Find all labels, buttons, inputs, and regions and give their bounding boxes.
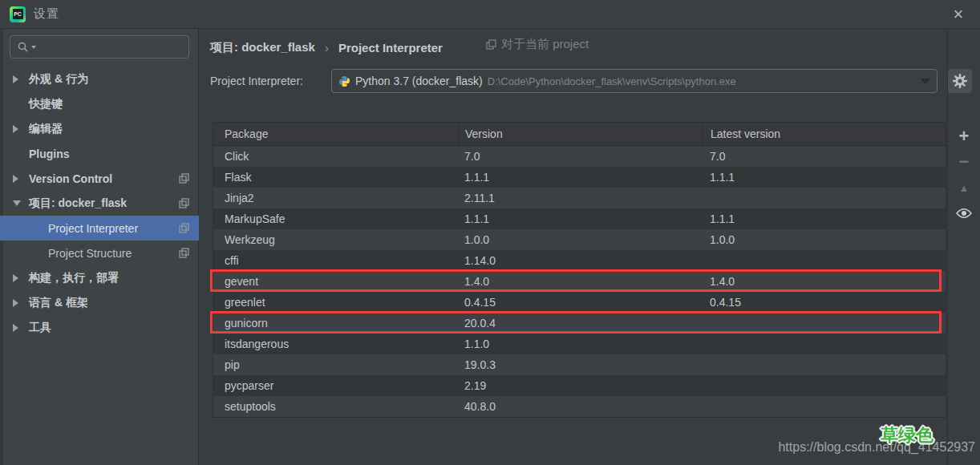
show-early-releases-button[interactable] — [954, 203, 974, 224]
package-name-cell: gevent — [213, 275, 458, 288]
sidebar-item-1[interactable]: 快捷键 — [0, 91, 199, 116]
table-row[interactable]: Werkzeug 1.0.0 1.0.0 — [213, 229, 946, 250]
package-version-cell: 2.19 — [458, 379, 703, 392]
column-header-version[interactable]: Version — [458, 123, 703, 145]
package-name-cell: Click — [213, 150, 458, 163]
sidebar-item-label: 外观 & 行为 — [29, 72, 88, 87]
tree-toggle-icon[interactable] — [13, 274, 18, 282]
sidebar-item-2[interactable]: 编辑器 — [0, 116, 199, 141]
package-name-cell: itsdangerous — [213, 338, 458, 350]
interpreter-combobox[interactable]: Python 3.7 (docker_flask) D:\Code\Python… — [331, 69, 937, 93]
table-row[interactable]: itsdangerous 1.1.0 — [213, 334, 946, 354]
package-latest-cell: 1.0.0 — [703, 233, 946, 246]
settings-tree: 外观 & 行为 快捷键 编辑器 Plugins Version Control — [0, 67, 199, 340]
package-name-cell: pip — [213, 358, 458, 371]
package-version-cell: 7.0 — [458, 150, 703, 163]
package-name-cell: MarkupSafe — [213, 212, 458, 225]
table-row[interactable]: Flask 1.1.1 1.1.1 — [213, 167, 946, 188]
tree-toggle-icon[interactable] — [13, 324, 18, 332]
sidebar-item-label: 项目: docker_flask — [29, 196, 127, 211]
scope-label: 对于当前 project — [501, 37, 589, 52]
table-row[interactable]: Jinja2 2.11.1 — [213, 188, 946, 208]
sidebar-item-9[interactable]: 语言 & 框架 — [0, 290, 199, 315]
scope-indicator: 对于当前 project — [486, 37, 589, 52]
sidebar-item-0[interactable]: 外观 & 行为 — [0, 67, 199, 91]
plus-icon: + — [959, 126, 970, 147]
package-version-cell: 1.1.1 — [458, 212, 703, 225]
pycharm-logo-text: PC — [13, 9, 23, 19]
shared-settings-icon — [179, 173, 189, 184]
sidebar-item-label: Project Structure — [48, 247, 132, 260]
package-table-header: Package Version Latest version — [213, 123, 946, 146]
settings-sidebar: 外观 & 行为 快捷键 编辑器 Plugins Version Control — [0, 29, 199, 465]
sidebar-item-label: Plugins — [29, 148, 70, 160]
package-version-cell: 1.14.0 — [458, 254, 703, 267]
package-table-body: Click 7.0 7.0 Flask 1.1.1 1.1.1 Jinja2 2… — [213, 146, 946, 417]
sidebar-item-7[interactable]: Project Structure — [0, 241, 199, 265]
search-options-caret-icon — [31, 46, 36, 49]
table-row[interactable]: Click 7.0 7.0 — [213, 146, 946, 167]
table-row[interactable]: gevent 1.4.0 1.4.0 — [213, 271, 946, 292]
column-header-package[interactable]: Package — [213, 123, 458, 145]
table-row[interactable]: greenlet 0.4.15 0.4.15 — [213, 292, 946, 313]
tree-toggle-icon[interactable] — [13, 175, 18, 183]
sidebar-item-label: 工具 — [29, 321, 51, 335]
dialog-title: 设置 — [34, 6, 59, 22]
sidebar-item-10[interactable]: 工具 — [0, 315, 199, 340]
package-name-cell: pycparser — [213, 379, 458, 392]
sidebar-item-3[interactable]: Plugins — [0, 141, 199, 166]
package-name-cell: gunicorn — [213, 317, 458, 330]
package-version-cell: 1.1.0 — [458, 338, 703, 350]
sidebar-item-label: Version Control — [29, 172, 112, 185]
interpreter-name: Python 3.7 (docker_flask) — [355, 75, 483, 87]
upgrade-package-button[interactable]: ▲ — [954, 177, 974, 198]
package-name-cell: greenlet — [213, 296, 458, 309]
sidebar-item-label: 快捷键 — [29, 97, 63, 111]
table-row[interactable]: cffi 1.14.0 — [213, 250, 946, 271]
settings-dialog: PC 设置 × 外观 & 行为 快捷键 编辑器 — [0, 0, 980, 465]
package-version-cell: 2.11.1 — [458, 192, 703, 204]
watermark-text: 草绿色 — [881, 423, 933, 447]
table-row[interactable]: pycparser 2.19 — [213, 375, 946, 396]
breadcrumb-page: Project Interpreter — [338, 41, 443, 55]
search-icon — [17, 41, 30, 54]
table-row[interactable]: setuptools 40.8.0 — [213, 396, 946, 417]
package-toolbar: + − ▲ — [947, 29, 980, 465]
title-bar: PC 设置 × — [0, 0, 980, 29]
sidebar-item-label: 构建，执行，部署 — [29, 271, 119, 285]
column-header-latest-version[interactable]: Latest version — [703, 123, 946, 145]
package-version-cell: 1.0.0 — [458, 233, 703, 246]
search-input[interactable] — [10, 35, 189, 59]
table-row[interactable]: gunicorn 20.0.4 — [213, 313, 946, 334]
install-package-button[interactable]: + — [954, 126, 974, 147]
tree-toggle-icon[interactable] — [13, 200, 21, 206]
watermark-url: https://blog.csdn.net/qq_41452937 — [778, 440, 975, 455]
sidebar-item-4[interactable]: Version Control — [0, 166, 199, 191]
tree-toggle-icon[interactable] — [13, 299, 18, 307]
sidebar-item-label: Project Interpreter — [48, 222, 138, 235]
close-icon[interactable]: × — [948, 4, 969, 25]
chevron-down-icon[interactable] — [921, 79, 930, 84]
sidebar-item-6[interactable]: Project Interpreter — [0, 216, 199, 241]
eye-icon — [956, 208, 972, 219]
sidebar-item-label: 编辑器 — [29, 122, 63, 136]
sidebar-item-8[interactable]: 构建，执行，部署 — [0, 265, 199, 290]
package-name-cell: Flask — [213, 171, 458, 184]
sidebar-item-label: 语言 & 框架 — [29, 296, 88, 310]
sidebar-item-5[interactable]: 项目: docker_flask — [0, 191, 199, 216]
package-version-cell: 40.8.0 — [458, 400, 703, 413]
breadcrumb-project[interactable]: 项目: docker_flask — [210, 40, 315, 55]
table-row[interactable]: MarkupSafe 1.1.1 1.1.1 — [213, 208, 946, 229]
uninstall-package-button[interactable]: − — [954, 152, 974, 172]
package-latest-cell: 1.1.1 — [703, 212, 946, 225]
up-arrow-icon: ▲ — [959, 182, 970, 194]
package-version-cell: 19.0.3 — [458, 358, 703, 371]
table-row[interactable]: pip 19.0.3 — [213, 354, 946, 375]
package-latest-cell: 7.0 — [703, 150, 946, 163]
interpreter-row: Project Interpreter: Python 3.7 (docker_… — [210, 69, 972, 93]
tree-toggle-icon[interactable] — [13, 125, 18, 133]
tree-toggle-icon[interactable] — [13, 75, 18, 83]
package-name-cell: Jinja2 — [213, 192, 458, 204]
interpreter-label: Project Interpreter: — [210, 75, 331, 87]
breadcrumb: 项目: docker_flask › Project Interpreter — [210, 35, 443, 59]
